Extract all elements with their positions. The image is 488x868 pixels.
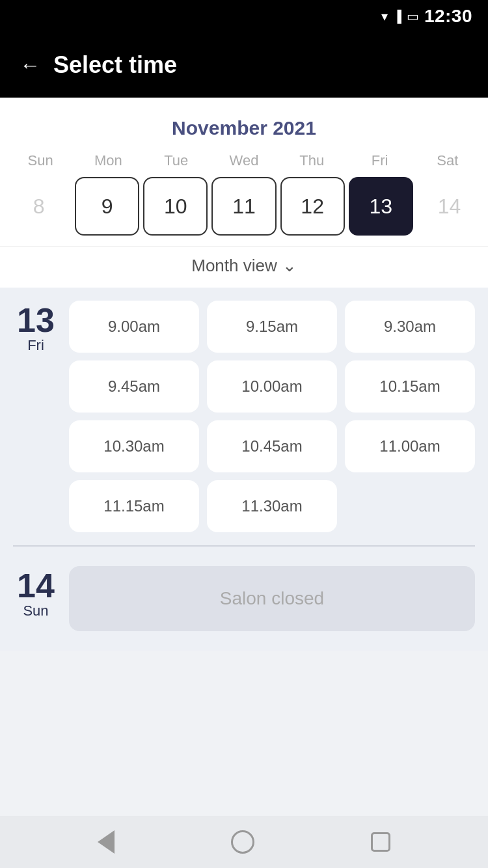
day-number-13: 13 <box>17 303 55 337</box>
slot-1115am[interactable]: 11.15am <box>69 480 199 532</box>
slot-1000am[interactable]: 10.00am <box>207 360 337 413</box>
month-view-toggle[interactable]: Month view ⌄ <box>0 246 488 288</box>
date-cell-9[interactable]: 9 <box>75 177 139 236</box>
date-row: 8 9 10 11 12 13 14 <box>0 177 488 246</box>
day-block-13: 13 Fri 9.00am 9.15am 9.30am 9.45am 10.00… <box>13 301 475 532</box>
page-title: Select time <box>53 51 177 79</box>
nav-recents-button[interactable] <box>371 832 390 852</box>
slot-945am[interactable]: 9.45am <box>69 360 199 413</box>
day-header-fri: Fri <box>346 150 413 172</box>
wifi-icon: ▾ <box>381 8 388 24</box>
nav-back-button[interactable] <box>98 830 115 854</box>
calendar-section: November 2021 Sun Mon Tue Wed Thu Fri Sa… <box>0 98 488 288</box>
chevron-down-icon: ⌄ <box>282 256 297 276</box>
slot-1015am[interactable]: 10.15am <box>345 360 475 413</box>
day-header-sun: Sun <box>7 150 74 172</box>
date-cell-14[interactable]: 14 <box>417 177 481 236</box>
timeslots-section: 13 Fri 9.00am 9.15am 9.30am 9.45am 10.00… <box>0 288 488 651</box>
android-nav-bar <box>0 816 488 868</box>
day-label-13: 13 Fri <box>13 301 59 532</box>
header: ← Select time <box>0 33 488 98</box>
status-icons: ▾ ▐ ▭ 12:30 <box>381 6 472 27</box>
slot-900am[interactable]: 9.00am <box>69 301 199 353</box>
day-number-14: 14 <box>17 569 55 603</box>
battery-icon: ▭ <box>407 8 419 24</box>
date-cell-11[interactable]: 11 <box>211 177 276 236</box>
main-content: November 2021 Sun Mon Tue Wed Thu Fri Sa… <box>0 98 488 716</box>
date-cell-12[interactable]: 12 <box>280 177 345 236</box>
day-header-mon: Mon <box>74 150 142 172</box>
slot-915am[interactable]: 9.15am <box>207 301 337 353</box>
status-bar: ▾ ▐ ▭ 12:30 <box>0 0 488 33</box>
day-label-14: 14 Sun <box>13 566 59 631</box>
slot-1100am[interactable]: 11.00am <box>345 420 475 472</box>
day-headers: Sun Mon Tue Wed Thu Fri Sat <box>0 150 488 172</box>
salon-closed-message: Salon closed <box>69 566 475 631</box>
date-cell-10[interactable]: 10 <box>143 177 208 236</box>
day-block-14: 14 Sun Salon closed <box>13 566 475 631</box>
day-header-wed: Wed <box>210 150 278 172</box>
signal-icon: ▐ <box>393 10 401 23</box>
slot-930am[interactable]: 9.30am <box>345 301 475 353</box>
month-view-label: Month view <box>191 256 277 276</box>
slot-1030am[interactable]: 10.30am <box>69 420 199 472</box>
calendar-month-year: November 2021 <box>0 111 488 150</box>
day-header-thu: Thu <box>278 150 346 172</box>
day-header-tue: Tue <box>142 150 210 172</box>
slots-grid-13: 9.00am 9.15am 9.30am 9.45am 10.00am 10.1… <box>69 301 475 532</box>
date-cell-13[interactable]: 13 <box>349 177 413 236</box>
date-cell-8[interactable]: 8 <box>7 177 71 236</box>
status-time: 12:30 <box>424 6 472 27</box>
day-name-14: Sun <box>23 603 48 619</box>
nav-home-button[interactable] <box>231 830 254 854</box>
slot-1130am[interactable]: 11.30am <box>207 480 337 532</box>
section-divider <box>13 545 475 547</box>
back-button[interactable]: ← <box>20 55 40 75</box>
day-header-sat: Sat <box>414 150 481 172</box>
slot-1045am[interactable]: 10.45am <box>207 420 337 472</box>
day-name-13: Fri <box>27 337 44 354</box>
